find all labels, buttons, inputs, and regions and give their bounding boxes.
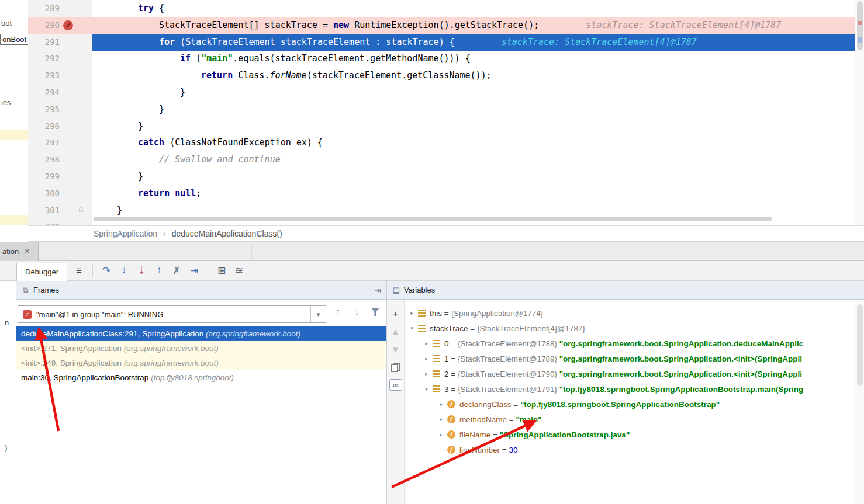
gutter-line-300[interactable]: 300	[28, 185, 92, 202]
step-out-icon[interactable]: ↑	[150, 265, 168, 277]
variable-row-fileName[interactable]: ▸ffileName = "SpringApplicationBootstrap…	[405, 427, 855, 442]
duplicate-watch-icon[interactable]	[389, 361, 402, 374]
close-icon[interactable]: ×	[25, 246, 29, 256]
line-number[interactable]: 301	[28, 202, 60, 219]
variable-row-this[interactable]: ▸this = {SpringApplication@1774}	[405, 305, 855, 321]
project-item-fragment[interactable]: onBoot	[0, 34, 28, 45]
line-number[interactable]: 297	[28, 134, 60, 151]
step-over-icon[interactable]: ↷	[98, 265, 115, 277]
gutter-line-297[interactable]: 297	[28, 134, 92, 151]
code-text[interactable]: }	[92, 118, 855, 135]
code-text[interactable]: return Class.forName(stackTraceElement.g…	[92, 67, 855, 84]
frame-row[interactable]: <init>:249, SpringApplication (org.sprin…	[16, 356, 386, 370]
chevron-collapsed-icon[interactable]: ▸	[407, 310, 417, 316]
code-line-295[interactable]: 295}	[28, 101, 855, 118]
chevron-collapsed-icon[interactable]: ▸	[421, 340, 431, 346]
chevron-collapsed-icon[interactable]: ▸	[436, 401, 446, 407]
variable-row-1[interactable]: ▸1 = {StackTraceElement@1789} "org.sprin…	[405, 351, 855, 366]
code-text[interactable]: }	[92, 101, 855, 118]
line-number[interactable]: 290	[28, 17, 60, 34]
code-line-291[interactable]: 291for (StackTraceElement stackTraceElem…	[28, 34, 855, 51]
code-line-300[interactable]: 300return null;	[28, 185, 855, 202]
gutter-line-291[interactable]: 291	[28, 34, 92, 51]
line-number[interactable]: 296	[28, 118, 60, 135]
gutter-line-293[interactable]: 293	[28, 67, 92, 84]
chevron-expanded-icon[interactable]: ▾	[407, 325, 417, 331]
chevron-collapsed-icon[interactable]: ▸	[421, 371, 431, 377]
frame-row[interactable]: <init>:271, SpringApplication (org.sprin…	[16, 341, 386, 356]
breadcrumb-method[interactable]: deduceMainApplicationClass()	[172, 229, 282, 238]
move-watch-down-icon[interactable]: ▼	[389, 343, 402, 356]
gutter-line-301[interactable]: 301⌂	[28, 202, 92, 219]
previous-frame-icon[interactable]: ↑	[329, 307, 347, 317]
chevron-collapsed-icon[interactable]: ▸	[436, 416, 446, 422]
variable-row-lineNumber[interactable]: flineNumber = 30	[405, 442, 855, 457]
show-values-table-icon[interactable]: ⊞	[213, 265, 230, 277]
gutter-line-289[interactable]: 289	[28, 0, 92, 17]
filter-frames-icon[interactable]	[366, 308, 385, 316]
line-number[interactable]: 300	[28, 185, 60, 202]
code-text[interactable]: if ("main".equals(stackTraceElement.getM…	[92, 50, 855, 67]
frame-row[interactable]: deduceMainApplicationClass:291, SpringAp…	[16, 326, 386, 341]
code-line-292[interactable]: 292if ("main".equals(stackTraceElement.g…	[28, 50, 855, 67]
code-text[interactable]: return null;	[92, 185, 855, 202]
chevron-down-icon[interactable]: ▾	[310, 306, 326, 322]
code-editor[interactable]: 289try {290✓StackTraceElement[] stackTra…	[28, 0, 855, 225]
code-line-294[interactable]: 294}	[28, 84, 855, 101]
chevron-collapsed-icon[interactable]: ▸	[436, 432, 446, 437]
code-text[interactable]: }	[92, 168, 855, 185]
gutter-line-296[interactable]: 296	[28, 118, 92, 135]
run-to-cursor-icon[interactable]: ⇥	[185, 265, 203, 277]
variable-row-2[interactable]: ▸2 = {StackTraceElement@1790} "org.sprin…	[405, 366, 855, 381]
menu-icon[interactable]: ≡	[70, 265, 88, 277]
horizontal-scrollbar[interactable]	[94, 217, 772, 221]
frame-row[interactable]: main:30, SpringApplicationBootstrap (top…	[16, 370, 386, 385]
code-text[interactable]: StackTraceElement[] stackTrace = new Run…	[92, 17, 855, 34]
gutter-line-290[interactable]: 290✓	[28, 17, 92, 34]
code-line-296[interactable]: 296}	[28, 118, 855, 135]
gutter-line-298[interactable]: 298	[28, 151, 92, 168]
line-number[interactable]: 295	[28, 101, 60, 118]
code-text[interactable]: catch (ClassNotFoundException ex) {	[92, 134, 855, 151]
line-number[interactable]: 298	[28, 151, 60, 168]
line-number[interactable]: 289	[28, 0, 60, 17]
line-number[interactable]: 293	[28, 67, 60, 84]
variables-scrollbar[interactable]	[855, 300, 864, 504]
drop-frame-icon[interactable]: ✗	[168, 265, 185, 277]
variables-scrollbar-thumb[interactable]	[857, 304, 863, 386]
line-number[interactable]: 292	[28, 50, 60, 67]
code-text[interactable]: // Swallow and continue	[92, 151, 855, 168]
pin-right-icon[interactable]: ⇥	[374, 281, 381, 299]
tab-debugger[interactable]: Debugger	[16, 263, 67, 281]
code-text[interactable]: try {	[92, 0, 855, 17]
code-text[interactable]: }	[92, 84, 855, 101]
gutter-line-295[interactable]: 295	[28, 101, 92, 118]
code-text[interactable]: for (StackTraceElement stackTraceElement…	[92, 34, 855, 51]
variable-row-3[interactable]: ▾3 = {StackTraceElement@1791} "top.fjy80…	[405, 381, 855, 397]
layout-settings-icon[interactable]: ≋	[230, 265, 248, 277]
editor-tab-partial[interactable]: ation×	[0, 242, 39, 261]
move-watch-up-icon[interactable]: ▲	[389, 325, 402, 338]
chevron-expanded-icon[interactable]: ▾	[421, 386, 431, 392]
project-item-fragment[interactable]: ies	[1, 98, 11, 107]
thread-selector-dropdown[interactable]: ✓ "main"@1 in group "main": RUNNING ▾	[18, 305, 326, 323]
code-line-289[interactable]: 289try {	[28, 0, 855, 17]
gutter-line-299[interactable]: 299	[28, 168, 92, 185]
line-number[interactable]: 294	[28, 84, 60, 101]
code-line-293[interactable]: 293return Class.forName(stackTraceElemen…	[28, 67, 855, 84]
breakpoint-icon[interactable]: ✓	[63, 20, 73, 30]
code-line-299[interactable]: 299}	[28, 168, 855, 185]
project-item-fragment[interactable]: oot	[1, 19, 12, 27]
code-line-298[interactable]: 298// Swallow and continue	[28, 151, 855, 168]
chevron-collapsed-icon[interactable]: ▸	[421, 356, 431, 362]
show-watches-toggle-icon[interactable]: ∞	[389, 379, 402, 391]
line-number[interactable]: 302	[28, 218, 60, 225]
line-number[interactable]: 291	[28, 34, 60, 51]
gutter-line-292[interactable]: 292	[28, 50, 92, 67]
add-watch-icon[interactable]: +	[389, 307, 402, 319]
gutter-line-294[interactable]: 294	[28, 84, 92, 101]
line-number[interactable]: 299	[28, 168, 60, 185]
gutter-line-302[interactable]: 302	[28, 218, 92, 225]
variable-row-0[interactable]: ▸0 = {StackTraceElement@1788} "org.sprin…	[405, 336, 855, 351]
breadcrumb-class[interactable]: SpringApplication	[94, 229, 157, 238]
